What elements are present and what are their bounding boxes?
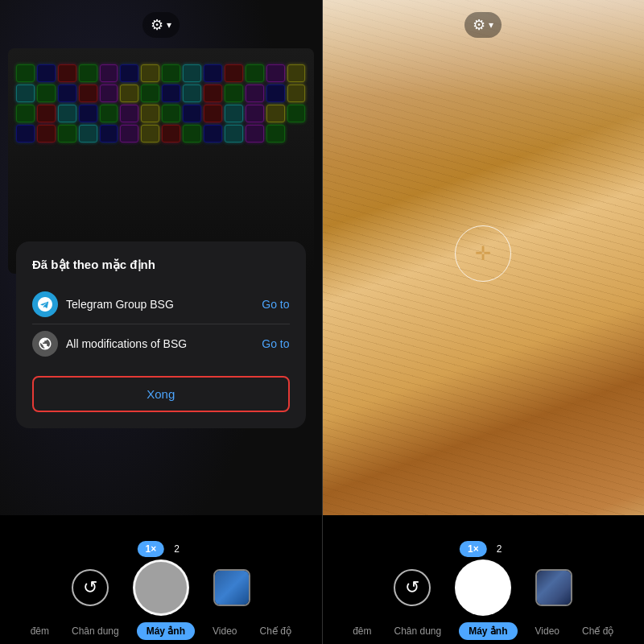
zoom-controls-right: 1× 2 — [455, 539, 511, 559]
bottom-bar-right: 1× 2 đêm Chân dung Máy ảnh Video Chế độ — [323, 515, 645, 644]
rotate-camera-button-right[interactable] — [394, 569, 431, 606]
top-bar-right: ⚙ ▾ — [323, 12, 645, 38]
zoom-1x-button-left[interactable]: 1× — [138, 541, 165, 557]
camera-controls-left — [0, 559, 322, 616]
settings-button-left[interactable]: ⚙ ▾ — [142, 12, 180, 38]
bottom-bar-left: 1× 2 đêm Chân dung Máy ảnh Video Chế độ — [0, 515, 322, 644]
focus-circle: ✛ — [455, 225, 511, 282]
web-item: All modifications of BSG Go to — [32, 324, 290, 363]
chevron-down-icon-right: ▾ — [489, 19, 493, 31]
focus-cross-icon: ✛ — [475, 242, 491, 265]
all-modifications-text: All modifications of BSG — [66, 337, 262, 350]
camera-controls-right — [323, 559, 645, 616]
top-bar-left: ⚙ ▾ — [0, 12, 322, 38]
keyboard-visual — [8, 48, 314, 274]
telegram-go-to-button[interactable]: Go to — [262, 298, 289, 311]
mode-tab-video-left[interactable]: Video — [208, 622, 242, 640]
mode-tab-night-right[interactable]: đêm — [348, 622, 376, 640]
mode-tab-more-right[interactable]: Chế độ — [577, 622, 618, 640]
default-enabled-dialog: Đã bật theo mặc định Telegram Group BSG … — [16, 242, 306, 428]
rotate-camera-button-left[interactable] — [72, 569, 109, 606]
left-panel: ⚙ ▾ Đã bật theo mặc định Telegram Group … — [0, 0, 322, 644]
gear-icon-right: ⚙ — [473, 16, 485, 34]
gallery-thumb-image-right — [537, 571, 571, 605]
mode-tab-photo-right[interactable]: Máy ảnh — [459, 622, 517, 640]
telegram-icon — [32, 291, 58, 317]
gallery-thumbnail-right[interactable] — [535, 569, 572, 606]
right-panel: ⚙ ▾ ✛ 1× 2 đêm Chân dung Máy ảnh Video C… — [323, 0, 645, 644]
dialog-title: Đã bật theo mặc định — [32, 258, 290, 272]
gallery-thumbnail-left[interactable] — [213, 569, 250, 606]
mode-tab-photo-left[interactable]: Máy ảnh — [137, 622, 195, 640]
mode-tabs-right: đêm Chân dung Máy ảnh Video Chế độ — [323, 622, 645, 640]
zoom-2x-button-right[interactable]: 2 — [492, 541, 507, 557]
settings-button-right[interactable]: ⚙ ▾ — [464, 12, 502, 38]
shutter-button-left[interactable] — [133, 559, 189, 616]
zoom-1x-button-right[interactable]: 1× — [460, 541, 487, 557]
mode-tab-night-left[interactable]: đêm — [26, 622, 54, 640]
shutter-button-right[interactable] — [455, 559, 511, 616]
zoom-controls-left: 1× 2 — [133, 539, 189, 559]
telegram-item: Telegram Group BSG Go to — [32, 285, 290, 324]
xong-button[interactable]: Xong — [32, 376, 290, 412]
mode-tabs-left: đêm Chân dung Máy ảnh Video Chế độ — [0, 622, 322, 640]
modifications-go-to-button[interactable]: Go to — [262, 337, 289, 350]
gear-icon-left: ⚙ — [151, 16, 163, 34]
mode-tab-video-right[interactable]: Video — [530, 622, 564, 640]
mode-tab-portrait-right[interactable]: Chân dung — [389, 622, 446, 640]
telegram-group-text: Telegram Group BSG — [66, 298, 262, 311]
web-icon — [32, 331, 58, 357]
mode-tab-portrait-left[interactable]: Chân dung — [67, 622, 124, 640]
gallery-thumb-image-left — [215, 571, 249, 605]
mode-tab-more-left[interactable]: Chế độ — [255, 622, 296, 640]
zoom-2x-button-left[interactable]: 2 — [169, 541, 184, 557]
chevron-down-icon-left: ▾ — [167, 19, 171, 31]
